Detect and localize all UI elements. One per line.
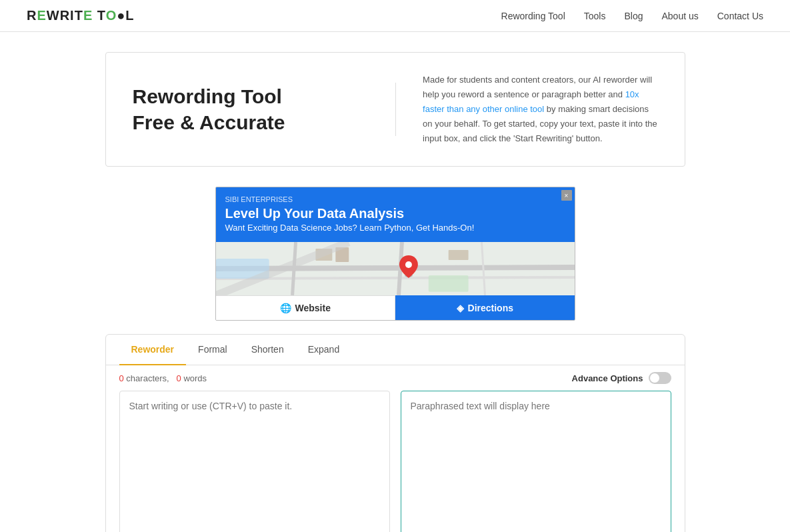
tab-shorten[interactable]: Shorten (239, 335, 296, 365)
nav-rewording-tool[interactable]: Rewording Tool (501, 11, 565, 21)
logo-e2: E (83, 8, 93, 23)
tab-expand[interactable]: Expand (296, 335, 351, 365)
characters-label: characters, (126, 373, 169, 383)
ad-buttons: 🌐 Website ◈ Directions (216, 295, 575, 320)
nav-blog[interactable]: Blog (624, 11, 643, 21)
main-nav: Rewording Tool Tools Blog About us Conta… (501, 11, 763, 21)
ad-banner: × SIBI ENTERPRISES Level Up Your Data An… (215, 187, 575, 321)
ad-top: SIBI ENTERPRISES Level Up Your Data Anal… (216, 187, 575, 242)
svg-point-13 (405, 262, 411, 269)
globe-icon: 🌐 (280, 303, 291, 313)
tool-textareas (106, 391, 685, 532)
ad-website-button[interactable]: 🌐 Website (216, 295, 396, 320)
svg-rect-10 (448, 251, 468, 261)
tab-formal[interactable]: Formal (186, 335, 239, 365)
ad-company: SIBI ENTERPRISES (225, 195, 565, 203)
hero-highlight: 10x faster than any other online tool (423, 89, 639, 114)
ad-directions-button[interactable]: ◈ Directions (395, 295, 575, 320)
word-count: 0 characters, 0 words (119, 373, 207, 383)
words-label: words (183, 373, 207, 383)
tab-reworder[interactable]: Reworder (119, 335, 187, 365)
directions-icon: ◈ (457, 303, 464, 313)
ad-directions-label: Directions (468, 303, 513, 313)
nav-about[interactable]: About us (661, 11, 698, 21)
hero-left: Rewording ToolFree & Accurate (133, 83, 369, 135)
ad-website-label: Website (295, 303, 331, 313)
logo-o1: O (106, 8, 117, 23)
nav-tools[interactable]: Tools (584, 11, 606, 21)
ad-map-svg (216, 242, 575, 295)
hero-section: Rewording ToolFree & Accurate Made for s… (105, 52, 685, 167)
tool-tabs: Reworder Formal Shorten Expand (106, 335, 685, 365)
advance-options-label: Advance Options (572, 373, 643, 383)
logo-e1: E (37, 8, 46, 23)
advance-options: Advance Options (572, 372, 671, 384)
advance-options-toggle[interactable] (649, 372, 671, 384)
svg-rect-7 (428, 275, 468, 292)
svg-line-1 (216, 267, 575, 269)
hero-divider (395, 83, 396, 136)
ad-close-button[interactable]: × (561, 190, 572, 201)
hero-title: Rewording ToolFree & Accurate (133, 83, 369, 135)
input-textarea[interactable] (119, 391, 390, 532)
nav-contact[interactable]: Contact Us (717, 11, 763, 21)
char-count: 0 (119, 373, 124, 383)
ad-headline: Level Up Your Data Analysis (225, 206, 565, 221)
ad-subline: Want Exciting Data Science Jobs? Learn P… (225, 223, 565, 233)
output-textarea[interactable] (401, 391, 671, 532)
ad-map (216, 242, 575, 295)
tool-meta: 0 characters, 0 words Advance Options (106, 365, 685, 391)
tool-container: Reworder Formal Shorten Expand 0 charact… (105, 334, 685, 532)
logo: REWRITE TO●L (27, 8, 135, 23)
word-count-num: 0 (177, 373, 181, 383)
header: REWRITE TO●L Rewording Tool Tools Blog A… (0, 0, 790, 32)
hero-description: Made for students and content creators, … (423, 73, 657, 146)
